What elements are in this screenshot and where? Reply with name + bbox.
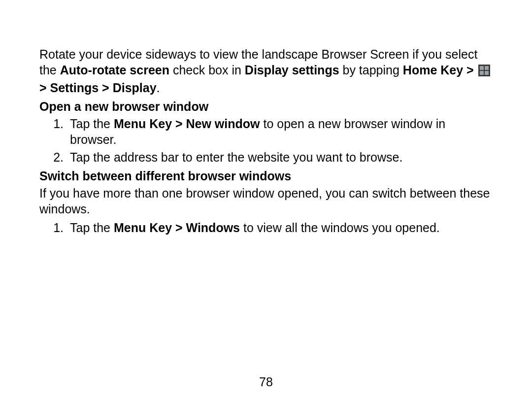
text: to view all the windows you opened.: [240, 221, 440, 235]
bold-text-display-settings: Display settings: [245, 63, 339, 77]
list-item: Tap the Menu Key > New window to open a …: [67, 116, 493, 147]
bold-text-home-key: Home Key >: [403, 63, 477, 77]
bold-text-menu-windows: Menu Key > Windows: [114, 221, 240, 235]
bold-text-settings-display: > Settings > Display: [39, 81, 157, 95]
text: by tapping: [339, 63, 403, 77]
document-page: Rotate your device sideways to view the …: [0, 0, 532, 405]
list-item: Tap the address bar to enter the website…: [67, 149, 493, 165]
text: Tap the: [70, 117, 114, 131]
ordered-list-open-window: Tap the Menu Key > New window to open a …: [39, 116, 493, 165]
intro-paragraph: Rotate your device sideways to view the …: [39, 46, 493, 96]
svg-rect-1: [480, 66, 484, 70]
text: .: [157, 81, 160, 95]
text: Tap the: [70, 221, 114, 235]
page-number: 78: [0, 375, 532, 389]
ordered-list-switch-windows: Tap the Menu Key > Windows to view all t…: [39, 220, 493, 236]
switch-paragraph: If you have more than one browser window…: [39, 185, 493, 217]
apps-grid-icon: [478, 64, 490, 80]
bold-text-menu-new-window: Menu Key > New window: [114, 117, 260, 131]
svg-rect-3: [480, 71, 484, 75]
list-item: Tap the Menu Key > Windows to view all t…: [67, 220, 493, 236]
svg-rect-2: [485, 66, 489, 70]
heading-open-new-window: Open a new browser window: [39, 100, 493, 114]
text: Tap the address bar to enter the website…: [70, 150, 402, 164]
bold-text-auto-rotate: Auto-rotate screen: [60, 63, 169, 77]
svg-rect-4: [485, 71, 489, 75]
text: check box in: [169, 63, 245, 77]
heading-switch-windows: Switch between different browser windows: [39, 169, 493, 183]
